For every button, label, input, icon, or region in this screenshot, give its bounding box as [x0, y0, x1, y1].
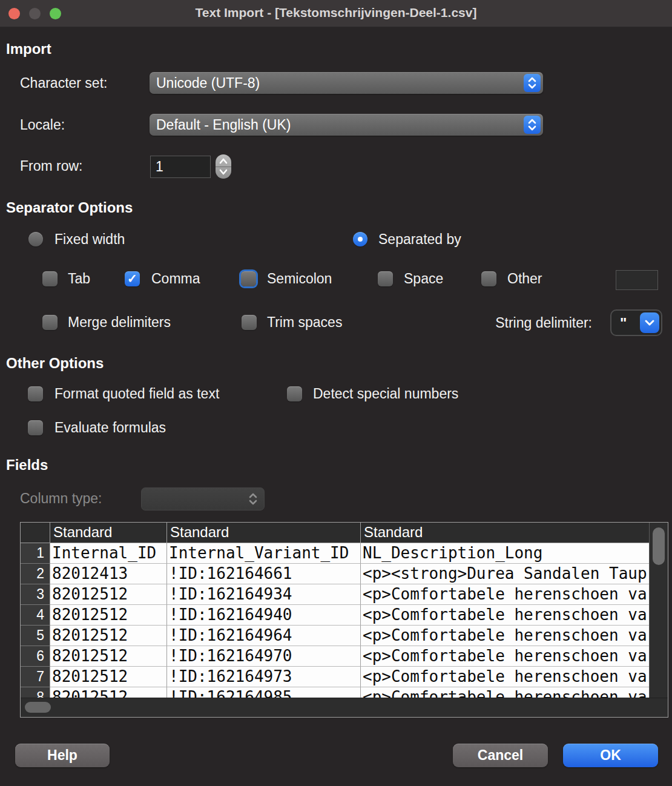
- fields-heading: Fields: [6, 457, 48, 473]
- format-quoted-label[interactable]: Format quoted field as text: [54, 386, 219, 401]
- table-row: 4 82012512 !ID:162164940 <p>Comfortabele…: [21, 605, 668, 626]
- table-cell: <p>Comfortabele herenschoen va: [361, 605, 650, 626]
- tab-checkbox[interactable]: [42, 271, 58, 286]
- row-number: 7: [21, 667, 50, 687]
- table-cell: 82012512: [50, 667, 167, 687]
- space-checkbox-label[interactable]: Space: [404, 271, 443, 286]
- table-cell: <p>Comfortabele herenschoen va: [361, 626, 650, 646]
- chevron-down-icon[interactable]: [640, 312, 659, 333]
- merge-delimiters-checkbox[interactable]: [42, 315, 58, 330]
- trim-spaces-label[interactable]: Trim spaces: [267, 315, 342, 330]
- detect-special-numbers-checkbox[interactable]: [287, 386, 302, 401]
- preview-table: Standard Standard Standard 1 Internal_ID…: [20, 522, 668, 718]
- table-row: 5 82012512 !ID:162164964 <p>Comfortabele…: [21, 626, 668, 646]
- ok-button[interactable]: OK: [563, 744, 658, 767]
- other-checkbox[interactable]: [481, 271, 496, 286]
- horizontal-scrollbar-thumb[interactable]: [25, 702, 51, 713]
- chevron-up-down-icon: [245, 490, 262, 508]
- table-cell: !ID:162164985: [167, 687, 361, 698]
- row-number: 6: [21, 646, 50, 667]
- column-type-label: Column type:: [20, 491, 102, 506]
- table-cell: 82012512: [50, 584, 167, 605]
- charset-label: Character set:: [20, 76, 107, 91]
- table-cell: <p>Comfortabele herenschoen va: [361, 584, 650, 605]
- chevron-up-down-icon: [524, 74, 541, 92]
- table-cell: 82012512: [50, 687, 167, 698]
- table-cell: !ID:162164934: [167, 584, 361, 605]
- chevron-up-down-icon: [524, 116, 541, 134]
- tab-checkbox-label[interactable]: Tab: [68, 271, 90, 286]
- other-options-heading: Other Options: [6, 355, 104, 371]
- table-cell: Internal_Variant_ID: [167, 543, 361, 564]
- table-cell: !ID:162164970: [167, 646, 361, 667]
- column-type-header[interactable]: Standard: [50, 523, 167, 543]
- semicolon-checkbox[interactable]: [241, 271, 256, 286]
- string-delimiter-combo[interactable]: ": [610, 309, 662, 336]
- fixed-width-label[interactable]: Fixed width: [54, 232, 125, 247]
- table-cell: !ID:162164964: [167, 626, 361, 646]
- vertical-scrollbar-thumb[interactable]: [653, 527, 665, 565]
- import-section-heading: Import: [6, 41, 51, 57]
- other-checkbox-label[interactable]: Other: [507, 271, 542, 286]
- evaluate-formulas-checkbox[interactable]: [28, 420, 43, 435]
- help-button[interactable]: Help: [15, 744, 110, 767]
- table-cell: 82012512: [50, 646, 167, 667]
- separator-options-heading: Separator Options: [6, 200, 133, 216]
- separated-by-label[interactable]: Separated by: [378, 232, 461, 247]
- space-checkbox[interactable]: [378, 271, 393, 286]
- string-delimiter-label: String delimiter:: [473, 315, 592, 331]
- merge-delimiters-label[interactable]: Merge delimiters: [68, 315, 171, 330]
- cancel-button[interactable]: Cancel: [453, 744, 548, 767]
- table-row: 1 Internal_ID Internal_Variant_ID NL_Des…: [21, 543, 668, 564]
- table-cell: <p>Comfortabele herenschoen va: [361, 667, 650, 687]
- title-bar: Text Import - [Tekstomschrijvingen-Deel-…: [0, 0, 672, 27]
- from-row-input[interactable]: 1: [150, 156, 211, 178]
- detect-special-numbers-label[interactable]: Detect special numbers: [313, 386, 458, 401]
- horizontal-scrollbar[interactable]: [21, 698, 668, 717]
- column-type-header[interactable]: Standard: [167, 523, 361, 543]
- table-cell: 82012512: [50, 605, 167, 626]
- comma-checkbox[interactable]: [125, 271, 140, 286]
- chevron-up-icon: [219, 157, 228, 165]
- table-cell: <p><strong>Durea Sandalen Taup: [361, 564, 650, 584]
- column-type-select: [141, 487, 265, 510]
- row-number: 3: [21, 584, 50, 605]
- fixed-width-radio[interactable]: [28, 232, 43, 246]
- table-cell: <p>Comfortabele herenschoen va: [361, 646, 650, 667]
- row-number: 1: [21, 543, 50, 564]
- text-import-dialog: Text Import - [Tekstomschrijvingen-Deel-…: [0, 0, 672, 786]
- window-title: Text Import - [Tekstomschrijvingen-Deel-…: [0, 5, 672, 20]
- string-delimiter-value: ": [620, 315, 627, 332]
- table-cell: NL_Description_Long: [361, 543, 650, 564]
- table-cell: <p>Comfortabele herenschoen va: [361, 687, 650, 698]
- table-row: 3 82012512 !ID:162164934 <p>Comfortabele…: [21, 584, 668, 605]
- locale-label: Locale:: [20, 117, 65, 133]
- trim-spaces-checkbox[interactable]: [242, 315, 257, 330]
- table-cell: Internal_ID: [50, 543, 167, 564]
- table-row: 8 82012512 !ID:162164985 <p>Comfortabele…: [21, 687, 668, 698]
- separated-by-radio[interactable]: [353, 232, 367, 246]
- charset-select[interactable]: Unicode (UTF-8): [150, 72, 543, 94]
- table-cell: !ID:162164940: [167, 605, 361, 626]
- table-cell: !ID:162164973: [167, 667, 361, 687]
- table-row: 2 82012413 !ID:162164661 <p><strong>Dure…: [21, 564, 668, 584]
- row-number: 8: [21, 687, 50, 698]
- charset-value: Unicode (UTF-8): [156, 75, 260, 91]
- from-row-stepper[interactable]: [216, 154, 231, 179]
- table-row: 6 82012512 !ID:162164970 <p>Comfortabele…: [21, 646, 668, 667]
- chevron-down-icon: [219, 168, 228, 176]
- table-corner-cell: [21, 523, 50, 543]
- semicolon-checkbox-label[interactable]: Semicolon: [267, 271, 332, 286]
- other-separator-input[interactable]: [616, 270, 658, 290]
- row-number: 2: [21, 564, 50, 584]
- row-number: 4: [21, 605, 50, 626]
- table-cell: !ID:162164661: [167, 564, 361, 584]
- evaluate-formulas-label[interactable]: Evaluate formulas: [54, 420, 166, 435]
- from-row-label: From row:: [20, 159, 83, 174]
- comma-checkbox-label[interactable]: Comma: [151, 271, 200, 286]
- column-type-header[interactable]: Standard: [361, 523, 650, 543]
- vertical-scrollbar[interactable]: [649, 523, 668, 698]
- table-cell: 82012413: [50, 564, 167, 584]
- format-quoted-checkbox[interactable]: [28, 386, 43, 401]
- locale-select[interactable]: Default - English (UK): [150, 114, 543, 136]
